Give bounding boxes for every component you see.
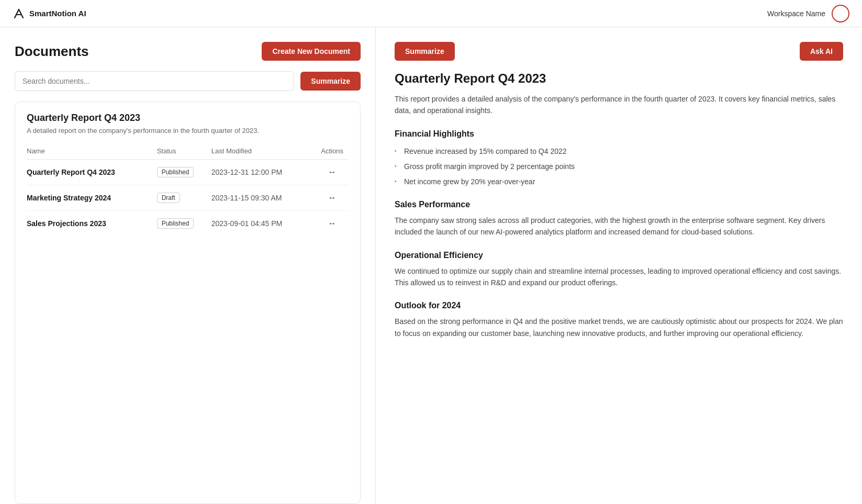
expand-icon[interactable]: ↔ <box>328 193 337 202</box>
avatar[interactable] <box>832 5 849 23</box>
row-status: Published <box>157 160 211 185</box>
section-text: The company saw strong sales across all … <box>395 215 843 238</box>
row-status: Draft <box>157 185 211 211</box>
table-row: Marketing Strategy 2024Draft2023-11-15 0… <box>27 185 349 211</box>
right-panel: Summarize Ask AI Quarterly Report Q4 202… <box>376 27 862 504</box>
workspace-name: Workspace Name <box>767 9 825 18</box>
create-new-document-button[interactable]: Create New Document <box>262 42 361 61</box>
doc-sections: Financial HighlightsRevenue increased by… <box>395 129 843 339</box>
section-title: Operational Efficiency <box>395 251 843 260</box>
row-status: Published <box>157 211 211 237</box>
document-card: Quarterly Report Q4 2023 A detailed repo… <box>15 102 361 504</box>
list-item: Revenue increased by 15% compared to Q4 … <box>395 144 843 159</box>
row-name: Sales Projections 2023 <box>27 211 157 237</box>
search-row: Summarize <box>15 71 361 91</box>
row-action[interactable]: ↔ <box>316 211 349 237</box>
section-text: We continued to optimize our supply chai… <box>395 265 843 289</box>
status-badge: Draft <box>157 193 180 203</box>
search-input[interactable] <box>15 71 294 91</box>
status-badge: Published <box>157 167 194 177</box>
section-title: Financial Highlights <box>395 129 843 139</box>
topnav: SmartNotion AI Workspace Name <box>0 0 862 27</box>
table-row: Quarterly Report Q4 2023Published2023-12… <box>27 160 349 185</box>
row-name: Marketing Strategy 2024 <box>27 185 157 211</box>
expand-icon[interactable]: ↔ <box>328 167 337 176</box>
doc-card-title: Quarterly Report Q4 2023 <box>27 113 349 124</box>
section-text: Based on the strong performance in Q4 an… <box>395 316 843 339</box>
left-panel: Documents Create New Document Summarize … <box>0 27 376 504</box>
summarize-button-left[interactable]: Summarize <box>300 72 361 91</box>
nav-right: Workspace Name <box>767 5 849 23</box>
document-table: Name Status Last Modified Actions Quarte… <box>27 143 349 236</box>
col-header-modified: Last Modified <box>211 143 316 160</box>
row-action[interactable]: ↔ <box>316 185 349 211</box>
row-modified: 2023-12-31 12:00 PM <box>211 160 316 185</box>
list-item: Net income grew by 20% year-over-year <box>395 174 843 189</box>
doc-view-title: Quarterly Report Q4 2023 <box>395 71 843 86</box>
logo-icon <box>13 7 25 20</box>
left-header: Documents Create New Document <box>15 42 361 61</box>
list-item: Gross profit margin improved by 2 percen… <box>395 159 843 174</box>
right-top-bar: Summarize Ask AI <box>395 42 843 61</box>
row-modified: 2023-11-15 09:30 AM <box>211 185 316 211</box>
expand-icon[interactable]: ↔ <box>328 219 337 228</box>
section-title: Outlook for 2024 <box>395 301 843 310</box>
bullet-list: Revenue increased by 15% compared to Q4 … <box>395 144 843 189</box>
logo: SmartNotion AI <box>13 7 86 20</box>
summarize-button-right[interactable]: Summarize <box>395 42 455 61</box>
col-header-actions: Actions <box>316 143 349 160</box>
col-header-name: Name <box>27 143 157 160</box>
doc-view-intro: This report provides a detailed analysis… <box>395 93 843 117</box>
col-header-status: Status <box>157 143 211 160</box>
status-badge: Published <box>157 218 194 229</box>
row-name: Quarterly Report Q4 2023 <box>27 160 157 185</box>
row-modified: 2023-09-01 04:45 PM <box>211 211 316 237</box>
ask-ai-button[interactable]: Ask AI <box>800 42 843 61</box>
logo-text: SmartNotion AI <box>29 9 86 18</box>
page-title: Documents <box>15 43 89 60</box>
table-row: Sales Projections 2023Published2023-09-0… <box>27 211 349 237</box>
main-layout: Documents Create New Document Summarize … <box>0 27 862 504</box>
row-action[interactable]: ↔ <box>316 160 349 185</box>
doc-card-desc: A detailed report on the company's perfo… <box>27 127 349 135</box>
section-title: Sales Performance <box>395 200 843 209</box>
